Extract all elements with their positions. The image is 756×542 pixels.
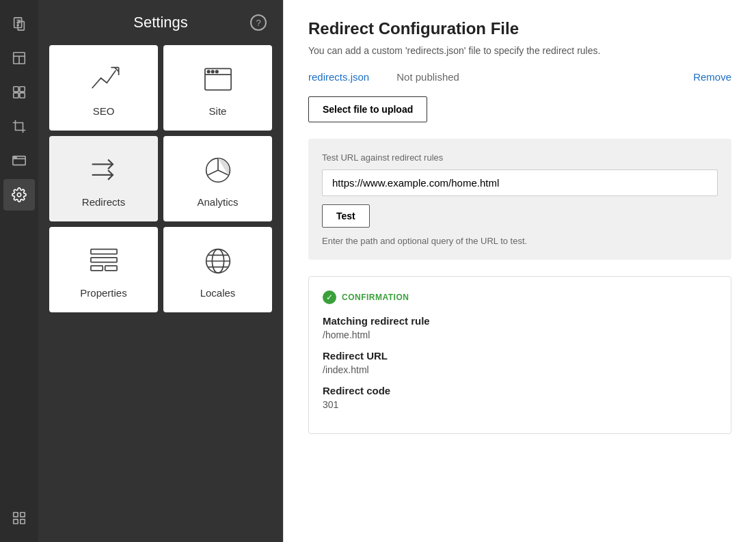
confirmation-label: CONFIRMATION	[342, 293, 409, 302]
redirect-url-value: /index.html	[323, 364, 717, 375]
sidebar-item-layout[interactable]	[3, 42, 35, 74]
settings-grid: SEO Site Redirects	[49, 45, 272, 312]
redirect-url-label: Redirect URL	[323, 350, 717, 362]
test-url-section: Test URL against redirect rules Test Ent…	[308, 139, 731, 260]
svg-point-13	[17, 193, 21, 197]
settings-card-analytics[interactable]: Analytics	[163, 136, 272, 221]
settings-card-redirects[interactable]: Redirects	[49, 136, 158, 221]
svg-rect-7	[14, 93, 18, 98]
page-subtitle: You can add a custom 'redirects.json' fi…	[308, 45, 731, 56]
test-hint: Enter the path and optional query of the…	[322, 236, 718, 246]
sidebar-item-publish[interactable]	[3, 502, 35, 534]
help-button[interactable]: ?	[250, 14, 267, 31]
redirect-rule-value: /home.html	[323, 329, 717, 340]
file-row: redirects.json Not published Remove	[308, 71, 731, 83]
settings-card-site[interactable]: Site	[163, 45, 272, 131]
test-section-label: Test URL against redirect rules	[322, 152, 718, 163]
confirmation-header: ✓ CONFIRMATION	[323, 290, 717, 304]
redirect-rule-label: Matching redirect rule	[323, 315, 717, 327]
test-button[interactable]: Test	[322, 204, 370, 228]
confirmation-section: ✓ CONFIRMATION Matching redirect rule /h…	[308, 276, 731, 434]
svg-point-24	[211, 70, 213, 72]
settings-card-seo-label: SEO	[93, 105, 115, 117]
settings-panel: Settings ? SEO Site	[38, 0, 283, 542]
sidebar-item-crop[interactable]	[3, 111, 35, 142]
sidebar-item-settings[interactable]	[3, 179, 35, 211]
main-content: Redirect Configuration File You can add …	[283, 0, 756, 542]
settings-card-locales-label: Locales	[200, 287, 236, 299]
settings-card-site-label: Site	[209, 105, 227, 117]
settings-title: Settings	[71, 14, 250, 31]
svg-rect-32	[105, 266, 116, 271]
confirmation-icon: ✓	[323, 290, 336, 304]
settings-card-seo[interactable]: SEO	[49, 45, 158, 131]
test-url-input[interactable]	[322, 170, 718, 196]
sidebar-item-pages[interactable]	[3, 8, 35, 40]
file-link[interactable]: redirects.json	[308, 71, 369, 83]
page-title: Redirect Configuration File	[308, 19, 731, 38]
settings-header: Settings ?	[49, 0, 272, 45]
svg-rect-15	[21, 513, 25, 517]
svg-rect-16	[14, 519, 18, 524]
svg-rect-8	[20, 93, 25, 98]
svg-point-12	[16, 157, 16, 158]
svg-rect-31	[90, 266, 102, 271]
settings-card-properties[interactable]: Properties	[49, 227, 158, 312]
settings-card-analytics-label: Analytics	[197, 196, 238, 208]
svg-point-23	[207, 70, 209, 72]
svg-rect-30	[90, 258, 116, 262]
sidebar-item-preview[interactable]	[3, 145, 35, 176]
svg-rect-6	[20, 87, 25, 92]
svg-rect-29	[90, 249, 116, 254]
settings-card-properties-label: Properties	[80, 287, 126, 299]
file-status: Not published	[396, 71, 666, 83]
remove-link[interactable]: Remove	[693, 71, 731, 83]
settings-card-locales[interactable]: Locales	[163, 227, 272, 312]
svg-point-25	[215, 70, 217, 72]
sidebar-item-components[interactable]	[3, 77, 35, 108]
svg-point-11	[14, 157, 14, 158]
redirect-code-label: Redirect code	[323, 385, 717, 396]
upload-button[interactable]: Select file to upload	[308, 96, 427, 122]
svg-rect-14	[14, 513, 18, 517]
svg-rect-17	[21, 519, 25, 524]
settings-card-redirects-label: Redirects	[82, 196, 125, 208]
icon-bar	[0, 0, 38, 542]
svg-rect-5	[14, 87, 18, 92]
redirect-code-value: 301	[323, 399, 717, 410]
